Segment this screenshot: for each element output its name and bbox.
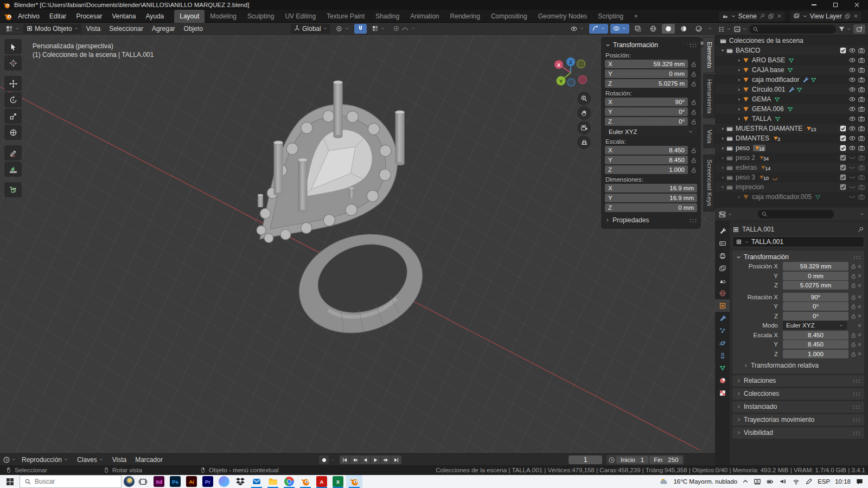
measure-tool-button[interactable]	[4, 162, 22, 177]
panel-grip[interactable]	[852, 379, 860, 383]
collapsed-icon[interactable]	[737, 117, 742, 121]
rotation-x-field[interactable]: X90°	[605, 98, 688, 106]
outliner-row-talla[interactable]: TALLA	[715, 114, 868, 124]
animate-dot[interactable]	[858, 296, 861, 298]
collapsed-icon[interactable]	[737, 87, 742, 92]
show-gizmo-button[interactable]	[567, 24, 587, 34]
lock-icon[interactable]	[850, 263, 857, 269]
sidebar-tab-elemento[interactable]: Elemento	[703, 37, 715, 73]
shading-wireframe-button[interactable]	[647, 24, 660, 34]
collapsed-icon[interactable]	[720, 136, 725, 141]
lock-icon[interactable]	[690, 80, 697, 87]
animate-dot[interactable]	[858, 343, 861, 346]
eye-icon[interactable]	[848, 95, 856, 103]
sidebar-tab-vista[interactable]: Vista	[703, 125, 715, 148]
move-tool-button[interactable]	[4, 76, 22, 91]
notification-center-icon[interactable]	[856, 478, 864, 486]
collapsed-icon[interactable]	[737, 68, 742, 73]
taskbar-app-illustrator[interactable]: Ai	[183, 475, 200, 488]
tray-expand-icon[interactable]	[742, 478, 749, 485]
properties-search-input[interactable]	[770, 211, 802, 217]
lock-icon[interactable]	[850, 282, 857, 288]
tab-constraints[interactable]	[715, 349, 730, 362]
animate-dot[interactable]	[858, 352, 861, 355]
camera-icon[interactable]	[858, 174, 865, 181]
annotate-tool-button[interactable]	[4, 145, 22, 160]
tab-physics[interactable]	[715, 337, 730, 349]
tab-output[interactable]	[715, 249, 730, 262]
minimize-button[interactable]	[803, 0, 825, 10]
checkbox-icon[interactable]	[839, 174, 847, 181]
close-icon[interactable]	[853, 13, 859, 19]
rot-x-field[interactable]: 90°	[783, 293, 848, 301]
camera-icon[interactable]	[858, 115, 865, 123]
axis-neg-y-ball[interactable]	[577, 60, 585, 68]
outliner-search[interactable]	[749, 25, 836, 34]
outliner-row-gema[interactable]: GEMA	[715, 94, 868, 104]
tab-sculpting[interactable]: Sculpting	[242, 10, 279, 23]
timeline-menu-reproduccion[interactable]: Reproducción	[18, 456, 72, 464]
outliner-filter-button[interactable]	[838, 25, 851, 33]
eye-icon[interactable]	[848, 47, 856, 54]
transform-panel-title[interactable]: Transformación	[744, 253, 789, 261]
news-weather-icon[interactable]	[124, 476, 135, 487]
outliner-display-mode-dropdown[interactable]	[718, 25, 731, 33]
collapsed-icon[interactable]	[737, 58, 742, 63]
xray-toggle-button[interactable]	[631, 24, 644, 34]
collapsed-icon[interactable]	[720, 156, 725, 160]
tab-render[interactable]	[715, 237, 730, 249]
outliner-row-aro-base[interactable]: ARO BASE	[715, 55, 868, 65]
animate-dot[interactable]	[858, 324, 861, 327]
task-view-button[interactable]	[135, 475, 151, 488]
viewport-menu-vista[interactable]: Vista	[82, 25, 104, 33]
lock-icon[interactable]	[690, 108, 697, 115]
camera-icon[interactable]	[858, 154, 865, 162]
outliner-row-caja-base[interactable]: CAJA base	[715, 65, 868, 75]
navigation-gizmo[interactable]: X Z Y	[549, 54, 592, 94]
taskbar-app-acrobat[interactable]: A	[314, 475, 330, 488]
scale-y-field[interactable]: 8.450	[783, 340, 848, 349]
collapse-chevron-icon[interactable]	[605, 42, 611, 48]
tab-scene[interactable]	[715, 274, 730, 287]
taskbar-app-photoshop[interactable]: Ps	[167, 475, 183, 488]
chevron-down-icon[interactable]	[859, 211, 865, 217]
timeline-menu-claves[interactable]: Claves	[74, 456, 107, 464]
eye-closed-icon[interactable]	[848, 174, 856, 181]
dimensions-z-field[interactable]: Z0 mm	[605, 203, 697, 212]
expanded-icon[interactable]	[720, 184, 725, 190]
lock-icon[interactable]	[690, 99, 697, 106]
eye-closed-icon[interactable]	[848, 193, 856, 201]
panel-grip[interactable]	[852, 431, 860, 435]
animate-dot[interactable]	[858, 314, 861, 317]
viewport-menu-agregar[interactable]: Agregar	[148, 25, 179, 33]
tab-tool[interactable]	[715, 224, 730, 237]
outliner-row-caja-modificador[interactable]: caja modificador	[715, 75, 868, 85]
camera-icon[interactable]	[858, 105, 865, 113]
panel-grip[interactable]	[852, 392, 860, 396]
checkbox-icon[interactable]	[839, 164, 847, 171]
shading-solid-button[interactable]	[662, 24, 675, 34]
camera-icon[interactable]	[858, 183, 865, 191]
loc-z-field[interactable]: 5.0275 mm	[783, 281, 848, 290]
camera-icon[interactable]	[858, 56, 865, 64]
tab-object[interactable]	[715, 299, 730, 312]
taskbar-app-blender-active[interactable]	[346, 475, 362, 488]
copy-icon[interactable]	[844, 13, 851, 20]
camera-icon[interactable]	[858, 144, 865, 152]
taskbar-app-premiere[interactable]: Pr	[200, 475, 216, 488]
tab-layout[interactable]: Layout	[174, 10, 205, 23]
taskbar-app-excel[interactable]: X	[330, 475, 346, 488]
shading-rendered-button[interactable]	[692, 24, 705, 34]
panel-grip[interactable]	[852, 418, 860, 422]
outliner-row-dimantes[interactable]: DIMANTES 3	[715, 133, 868, 143]
position-x-field[interactable]: X59.329 mm	[605, 60, 688, 68]
add-workspace-button[interactable]: +	[629, 10, 643, 23]
lock-icon[interactable]	[850, 313, 857, 319]
zoom-button[interactable]	[577, 92, 591, 105]
pin-icon[interactable]	[759, 13, 765, 20]
weather-text[interactable]: 16°C Mayorm. nublado	[673, 478, 737, 485]
tab-particles[interactable]	[715, 324, 730, 337]
loc-y-field[interactable]: 0 mm	[783, 272, 848, 280]
outliner-row-circulo-001[interactable]: Círculo.001	[715, 85, 868, 94]
rotate-tool-button[interactable]	[4, 92, 22, 107]
